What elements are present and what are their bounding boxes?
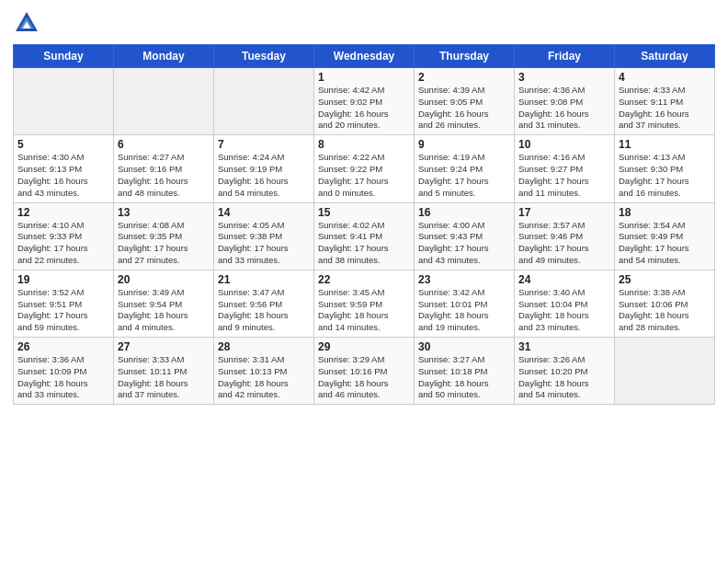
calendar-cell: 18Sunrise: 3:54 AM Sunset: 9:49 PM Dayli… bbox=[615, 202, 715, 270]
week-row-2: 5Sunrise: 4:30 AM Sunset: 9:13 PM Daylig… bbox=[14, 135, 715, 202]
day-info: Sunrise: 3:47 AM Sunset: 9:56 PM Dayligh… bbox=[218, 287, 310, 334]
day-info: Sunrise: 3:42 AM Sunset: 10:01 PM Daylig… bbox=[418, 287, 510, 334]
calendar-body: 1Sunrise: 4:42 AM Sunset: 9:02 PM Daylig… bbox=[14, 68, 715, 405]
day-number: 16 bbox=[418, 206, 510, 219]
day-header-thursday: Thursday bbox=[415, 45, 515, 68]
day-number: 13 bbox=[118, 206, 210, 219]
day-number: 7 bbox=[218, 138, 310, 151]
day-info: Sunrise: 4:08 AM Sunset: 9:35 PM Dayligh… bbox=[118, 220, 210, 267]
day-info: Sunrise: 4:19 AM Sunset: 9:24 PM Dayligh… bbox=[418, 152, 510, 199]
calendar-cell: 25Sunrise: 3:38 AM Sunset: 10:06 PM Dayl… bbox=[615, 270, 715, 337]
day-info: Sunrise: 3:36 AM Sunset: 10:09 PM Daylig… bbox=[17, 354, 109, 401]
calendar-cell: 26Sunrise: 3:36 AM Sunset: 10:09 PM Dayl… bbox=[14, 338, 114, 405]
calendar-cell: 10Sunrise: 4:16 AM Sunset: 9:27 PM Dayli… bbox=[515, 135, 615, 202]
day-info: Sunrise: 4:05 AM Sunset: 9:38 PM Dayligh… bbox=[218, 220, 310, 267]
day-number: 2 bbox=[418, 71, 510, 84]
day-number: 1 bbox=[318, 71, 410, 84]
day-number: 6 bbox=[118, 138, 210, 151]
day-number: 11 bbox=[619, 138, 711, 151]
days-row: SundayMondayTuesdayWednesdayThursdayFrid… bbox=[14, 45, 715, 68]
calendar-cell bbox=[114, 68, 214, 135]
calendar-cell: 28Sunrise: 3:31 AM Sunset: 10:13 PM Dayl… bbox=[214, 338, 314, 405]
calendar-cell: 14Sunrise: 4:05 AM Sunset: 9:38 PM Dayli… bbox=[214, 202, 314, 270]
week-row-3: 12Sunrise: 4:10 AM Sunset: 9:33 PM Dayli… bbox=[14, 202, 715, 270]
day-number: 19 bbox=[17, 273, 109, 286]
calendar-cell: 3Sunrise: 4:36 AM Sunset: 9:08 PM Daylig… bbox=[515, 68, 615, 135]
calendar-cell: 27Sunrise: 3:33 AM Sunset: 10:11 PM Dayl… bbox=[114, 338, 214, 405]
day-info: Sunrise: 4:42 AM Sunset: 9:02 PM Dayligh… bbox=[318, 85, 410, 132]
day-number: 18 bbox=[619, 206, 711, 219]
day-info: Sunrise: 3:31 AM Sunset: 10:13 PM Daylig… bbox=[218, 354, 310, 401]
header bbox=[13, 9, 715, 37]
day-header-monday: Monday bbox=[114, 45, 214, 68]
calendar-cell: 19Sunrise: 3:52 AM Sunset: 9:51 PM Dayli… bbox=[14, 270, 114, 337]
calendar-cell: 1Sunrise: 4:42 AM Sunset: 9:02 PM Daylig… bbox=[314, 68, 415, 135]
day-info: Sunrise: 3:29 AM Sunset: 10:16 PM Daylig… bbox=[318, 354, 410, 401]
calendar-cell: 22Sunrise: 3:45 AM Sunset: 9:59 PM Dayli… bbox=[314, 270, 415, 337]
calendar-cell: 8Sunrise: 4:22 AM Sunset: 9:22 PM Daylig… bbox=[314, 135, 415, 202]
day-info: Sunrise: 4:22 AM Sunset: 9:22 PM Dayligh… bbox=[318, 152, 410, 199]
day-info: Sunrise: 3:52 AM Sunset: 9:51 PM Dayligh… bbox=[17, 287, 109, 334]
day-number: 29 bbox=[318, 340, 410, 353]
calendar: SundayMondayTuesdayWednesdayThursdayFrid… bbox=[13, 44, 715, 405]
logo bbox=[13, 9, 44, 37]
day-number: 22 bbox=[318, 273, 410, 286]
day-number: 25 bbox=[619, 273, 711, 286]
day-number: 21 bbox=[218, 273, 310, 286]
day-number: 4 bbox=[619, 71, 711, 84]
calendar-cell: 4Sunrise: 4:33 AM Sunset: 9:11 PM Daylig… bbox=[615, 68, 715, 135]
day-number: 17 bbox=[518, 206, 610, 219]
calendar-cell: 29Sunrise: 3:29 AM Sunset: 10:16 PM Dayl… bbox=[314, 338, 415, 405]
day-info: Sunrise: 4:30 AM Sunset: 9:13 PM Dayligh… bbox=[17, 152, 109, 199]
day-info: Sunrise: 4:13 AM Sunset: 9:30 PM Dayligh… bbox=[619, 152, 711, 199]
day-info: Sunrise: 4:10 AM Sunset: 9:33 PM Dayligh… bbox=[17, 220, 109, 267]
day-info: Sunrise: 4:00 AM Sunset: 9:43 PM Dayligh… bbox=[418, 220, 510, 267]
day-number: 23 bbox=[418, 273, 510, 286]
day-number: 15 bbox=[318, 206, 410, 219]
calendar-cell: 9Sunrise: 4:19 AM Sunset: 9:24 PM Daylig… bbox=[415, 135, 515, 202]
day-header-tuesday: Tuesday bbox=[214, 45, 314, 68]
day-number: 5 bbox=[17, 138, 109, 151]
calendar-cell: 13Sunrise: 4:08 AM Sunset: 9:35 PM Dayli… bbox=[114, 202, 214, 270]
day-number: 12 bbox=[17, 206, 109, 219]
day-number: 9 bbox=[418, 138, 510, 151]
calendar-cell bbox=[214, 68, 314, 135]
week-row-4: 19Sunrise: 3:52 AM Sunset: 9:51 PM Dayli… bbox=[14, 270, 715, 337]
day-info: Sunrise: 3:40 AM Sunset: 10:04 PM Daylig… bbox=[518, 287, 610, 334]
day-info: Sunrise: 3:26 AM Sunset: 10:20 PM Daylig… bbox=[518, 354, 610, 401]
calendar-cell: 23Sunrise: 3:42 AM Sunset: 10:01 PM Dayl… bbox=[415, 270, 515, 337]
day-number: 28 bbox=[218, 340, 310, 353]
day-info: Sunrise: 3:57 AM Sunset: 9:46 PM Dayligh… bbox=[518, 220, 610, 267]
week-row-1: 1Sunrise: 4:42 AM Sunset: 9:02 PM Daylig… bbox=[14, 68, 715, 135]
calendar-cell: 21Sunrise: 3:47 AM Sunset: 9:56 PM Dayli… bbox=[214, 270, 314, 337]
day-header-sunday: Sunday bbox=[14, 45, 114, 68]
day-info: Sunrise: 4:33 AM Sunset: 9:11 PM Dayligh… bbox=[619, 85, 711, 132]
day-header-saturday: Saturday bbox=[615, 45, 715, 68]
calendar-cell: 7Sunrise: 4:24 AM Sunset: 9:19 PM Daylig… bbox=[214, 135, 314, 202]
calendar-cell bbox=[14, 68, 114, 135]
day-info: Sunrise: 3:45 AM Sunset: 9:59 PM Dayligh… bbox=[318, 287, 410, 334]
calendar-cell: 15Sunrise: 4:02 AM Sunset: 9:41 PM Dayli… bbox=[314, 202, 415, 270]
calendar-cell: 16Sunrise: 4:00 AM Sunset: 9:43 PM Dayli… bbox=[415, 202, 515, 270]
calendar-cell: 31Sunrise: 3:26 AM Sunset: 10:20 PM Dayl… bbox=[515, 338, 615, 405]
day-info: Sunrise: 3:33 AM Sunset: 10:11 PM Daylig… bbox=[118, 354, 210, 401]
day-info: Sunrise: 4:27 AM Sunset: 9:16 PM Dayligh… bbox=[118, 152, 210, 199]
day-info: Sunrise: 4:02 AM Sunset: 9:41 PM Dayligh… bbox=[318, 220, 410, 267]
day-info: Sunrise: 3:38 AM Sunset: 10:06 PM Daylig… bbox=[619, 287, 711, 334]
page: SundayMondayTuesdayWednesdayThursdayFrid… bbox=[0, 0, 728, 414]
day-number: 30 bbox=[418, 340, 510, 353]
day-header-friday: Friday bbox=[515, 45, 615, 68]
calendar-cell: 11Sunrise: 4:13 AM Sunset: 9:30 PM Dayli… bbox=[615, 135, 715, 202]
calendar-cell: 6Sunrise: 4:27 AM Sunset: 9:16 PM Daylig… bbox=[114, 135, 214, 202]
day-number: 31 bbox=[518, 340, 610, 353]
week-row-5: 26Sunrise: 3:36 AM Sunset: 10:09 PM Dayl… bbox=[14, 338, 715, 405]
calendar-cell bbox=[615, 338, 715, 405]
day-number: 27 bbox=[118, 340, 210, 353]
day-info: Sunrise: 3:54 AM Sunset: 9:49 PM Dayligh… bbox=[619, 220, 711, 267]
day-number: 20 bbox=[118, 273, 210, 286]
day-number: 3 bbox=[518, 71, 610, 84]
calendar-cell: 24Sunrise: 3:40 AM Sunset: 10:04 PM Dayl… bbox=[515, 270, 615, 337]
day-info: Sunrise: 4:36 AM Sunset: 9:08 PM Dayligh… bbox=[518, 85, 610, 132]
calendar-cell: 20Sunrise: 3:49 AM Sunset: 9:54 PM Dayli… bbox=[114, 270, 214, 337]
calendar-header: SundayMondayTuesdayWednesdayThursdayFrid… bbox=[14, 45, 715, 68]
